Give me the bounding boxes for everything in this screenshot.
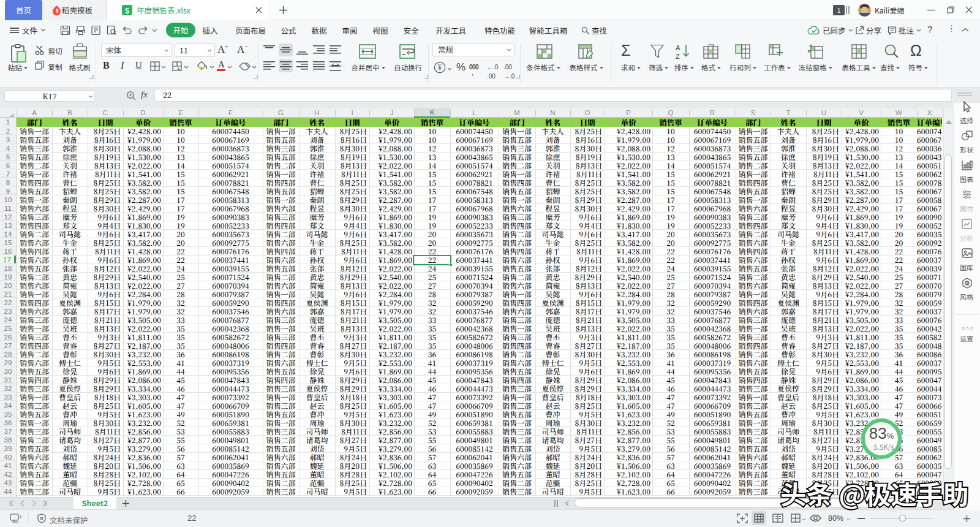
svg-text:头条 @极速手助: 头条 @极速手助 (780, 479, 969, 512)
svg-text:¥: ¥ (437, 61, 442, 72)
svg-text:Z: Z (676, 53, 680, 59)
svg-text:A: A (676, 44, 680, 51)
